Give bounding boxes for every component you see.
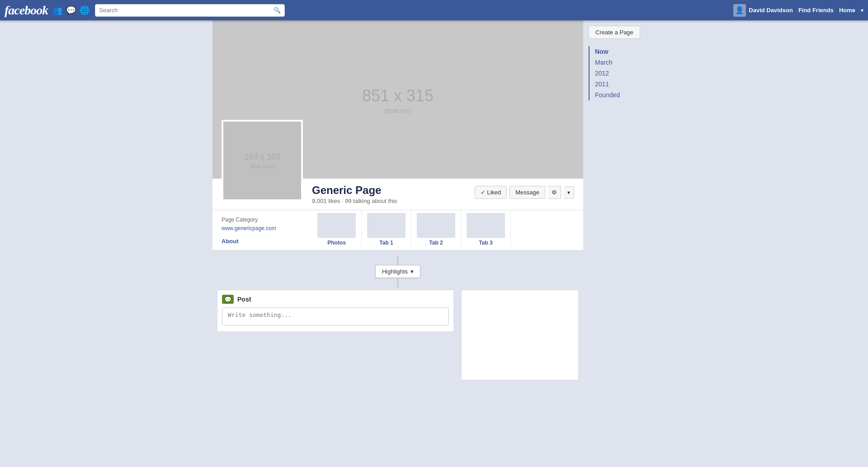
tabs-area: Page Category www.genericpage.com About … [212,210,583,250]
right-panel [461,290,579,380]
profile-picture[interactable]: 160 x 160 (true size) [222,120,303,201]
timeline-nav-now[interactable]: Now [590,46,656,57]
user-info: 👤 David Davidson [733,4,793,17]
post-input[interactable] [222,307,449,325]
feed-right [461,290,579,380]
profile-pic-dimensions: 160 x 160 [244,151,280,163]
timeline-nav-2012[interactable]: 2012 [590,68,656,79]
timeline-line-bottom [397,278,398,287]
tab3-label: Tab 3 [479,240,492,246]
settings-button[interactable]: ⚙ [548,186,561,199]
about-tab: Page Category www.genericpage.com About [222,210,312,250]
tab2-thumbnail [417,213,455,238]
main-wrapper: 851 x 315 (trust me) 160 x 160 (true siz… [0,0,868,380]
post-icon-glyph: 💬 [224,296,231,303]
timeline-nav-march[interactable]: March [590,57,656,68]
page-name: Generic Page [312,184,397,197]
search-icon[interactable]: 🔍 [274,7,281,14]
avatar: 👤 [733,4,746,17]
cover-placeholder: 851 x 315 (trust me) [362,85,434,114]
cover-sub: (trust me) [362,107,434,114]
timeline-nav: Now March 2012 2011 Founded [589,46,656,100]
message-button[interactable]: Message [509,186,545,199]
feed-area: 💬 Post [212,290,583,380]
find-friends-link[interactable]: Find Friends [798,7,834,14]
cover-dimensions: 851 x 315 [362,85,434,107]
photos-tab[interactable]: Photos [312,210,362,250]
page-main: 851 x 315 (trust me) 160 x 160 (true siz… [212,20,583,380]
nav-dropdown-arrow[interactable]: ▾ [861,7,863,14]
photos-tab-thumbnail [317,213,356,238]
tab1-thumbnail [367,213,406,238]
highlights-section: Highlights ▾ [212,250,583,290]
page-actions: ✓ Liked Message ⚙ ▾ [475,184,574,199]
right-nav: 👤 David Davidson Find Friends Home ▾ [733,4,863,17]
profile-pic-sub: (true size) [244,163,280,170]
timeline-line-top [397,256,398,265]
search-bar: 🔍 [95,4,285,17]
liked-button[interactable]: ✓ Liked [475,186,507,199]
post-header: 💬 Post [222,295,449,304]
messages-icon[interactable]: 💬 [66,5,76,15]
globe-icon[interactable]: 🌐 [80,5,90,15]
about-tab-inner: Page Category www.genericpage.com [222,214,305,234]
timeline-nav-founded[interactable]: Founded [590,90,656,100]
page-name-section: Generic Page 9,001 likes · 99 talking ab… [312,184,397,204]
profile-pic-placeholder: 160 x 160 (true size) [244,151,280,169]
timeline-sidebar: Create a Page Now March 2012 2011 Founde… [583,20,656,380]
username[interactable]: David Davidson [749,7,793,14]
feed-left: 💬 Post [217,290,454,380]
content-area: 851 x 315 (trust me) 160 x 160 (true siz… [212,20,656,380]
friends-icon[interactable]: 👥 [52,5,62,15]
post-box: 💬 Post [217,290,454,332]
tab1[interactable]: Tab 1 [362,210,411,250]
highlights-dropdown-icon: ▾ [410,268,414,275]
top-navigation: facebook 👥 💬 🌐 🔍 👤 David Davidson Find F… [0,0,868,20]
tab1-label: Tab 1 [379,240,393,246]
tab2[interactable]: Tab 2 [411,210,461,250]
page-stats: 9,001 likes · 99 talking about this [312,198,397,204]
highlights-button[interactable]: Highlights ▾ [375,265,420,278]
tab3[interactable]: Tab 3 [461,210,511,250]
photos-tab-label: Photos [327,240,346,246]
tab3-thumbnail [467,213,505,238]
create-page-button[interactable]: Create a Page [589,26,640,39]
about-link[interactable]: About [222,238,305,245]
timeline-nav-2011[interactable]: 2011 [590,79,656,90]
nav-icons: 👥 💬 🌐 [52,5,90,15]
page-category: Page Category [222,217,305,223]
cover-area: 851 x 315 (trust me) 160 x 160 (true siz… [212,20,583,179]
post-icon: 💬 [222,295,234,304]
highlights-label: Highlights [382,268,408,275]
facebook-logo[interactable]: facebook [5,3,48,18]
page-url[interactable]: www.genericpage.com [222,225,276,231]
actions-dropdown-button[interactable]: ▾ [564,186,574,199]
home-link[interactable]: Home [839,7,855,14]
tab2-label: Tab 2 [429,240,443,246]
post-title: Post [237,296,251,303]
search-input[interactable] [99,7,271,14]
